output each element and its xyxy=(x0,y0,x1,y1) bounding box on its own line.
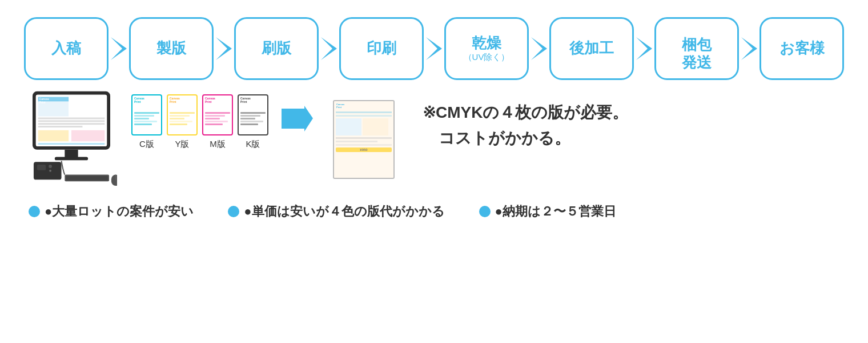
flow-step-seihan: 製版 xyxy=(129,17,214,80)
svg-rect-29 xyxy=(111,175,117,186)
bottom-item-1: ●大量ロットの案件が安い xyxy=(29,203,194,220)
plate-yellow-title: CanvasPrint xyxy=(170,97,195,103)
flow-arrow-5 xyxy=(529,37,549,60)
svg-marker-4 xyxy=(531,37,547,60)
svg-rect-22 xyxy=(55,157,88,160)
plate-label-m: M版 xyxy=(202,139,233,150)
note-line2: コストがかかる。 xyxy=(423,126,628,151)
svg-rect-19 xyxy=(71,130,105,141)
svg-rect-15 xyxy=(38,120,105,122)
plate-label-y: Y版 xyxy=(167,139,198,150)
svg-rect-18 xyxy=(38,130,69,141)
flow-arrow-4 xyxy=(424,37,444,60)
flow-step-okyakusama: お客様 xyxy=(760,17,844,80)
printed-stack-area: CanvasPrint ¥950 xyxy=(314,89,405,183)
bottom-row: ●大量ロットの案件が安い ●単価は安いが４色の版代がかかる ●納期は２〜５営業日 xyxy=(17,197,851,220)
svg-rect-16 xyxy=(38,123,105,125)
plates-labels: C版 Y版 M版 K版 xyxy=(131,139,268,150)
big-arrow-area xyxy=(280,89,314,131)
note-area: ※CMYKの４枚の版が必要。 コストがかかる。 xyxy=(405,89,845,151)
computer-area: Canvas Print xyxy=(23,89,120,192)
svg-marker-5 xyxy=(636,37,652,60)
svg-rect-28 xyxy=(66,176,108,181)
flow-step-konpo: 梱包発送 xyxy=(654,17,739,80)
plate-black-title: CanvasPrint xyxy=(240,97,266,103)
svg-text:Print: Print xyxy=(39,101,46,104)
plate-magenta: CanvasPrint xyxy=(202,94,233,135)
content-row: Canvas Print xyxy=(17,89,851,192)
svg-marker-2 xyxy=(321,37,337,60)
flow-arrow-3 xyxy=(319,37,339,60)
bottom-item-2: ●単価は安いが４色の版代がかかる xyxy=(228,203,444,220)
bullet-dot-2 xyxy=(228,206,239,217)
flow-label-kokakou: 後加工 xyxy=(569,39,614,57)
flow-label-nyukou: 入稿 xyxy=(51,39,81,57)
bottom-text-3: ●納期は２〜５営業日 xyxy=(495,203,616,220)
svg-rect-24 xyxy=(37,165,46,170)
flow-label-seihan: 製版 xyxy=(156,39,186,57)
svg-marker-1 xyxy=(216,37,232,60)
plate-cyan: CanvasPrint xyxy=(131,94,162,135)
plates-area: CanvasPrint CanvasPrint xyxy=(120,89,280,150)
svg-rect-21 xyxy=(65,150,78,158)
big-arrow-icon xyxy=(282,106,313,131)
svg-point-25 xyxy=(49,165,52,168)
plate-magenta-title: CanvasPrint xyxy=(205,97,230,103)
flow-step-nyukou: 入稿 xyxy=(24,17,108,80)
bottom-text-2: ●単価は安いが４色の版代がかかる xyxy=(244,203,444,220)
flow-arrow-6 xyxy=(634,37,654,60)
flow-step-kanso: 乾燥 （UV除く） xyxy=(444,17,529,80)
note-text: ※CMYKの４枚の版が必要。 コストがかかる。 xyxy=(423,100,628,151)
flow-arrow-2 xyxy=(214,37,234,60)
flow-label-satsuban: 刷版 xyxy=(262,39,291,57)
plates-row: CanvasPrint CanvasPrint xyxy=(131,94,268,135)
flow-arrow-1 xyxy=(108,37,129,60)
flow-step-kokakou: 後加工 xyxy=(549,17,634,80)
svg-marker-3 xyxy=(426,37,442,60)
bullet-dot-3 xyxy=(479,206,491,217)
flow-label-kanso: 乾燥 xyxy=(464,34,510,52)
flow-sub-kanso: （UV除く） xyxy=(464,52,510,63)
flow-label-okyakusama: お客様 xyxy=(779,39,825,57)
plate-label-c: C版 xyxy=(131,139,162,150)
svg-rect-20 xyxy=(38,143,105,145)
main-container: 入稿 製版 刷版 印刷 乾燥 （UV除く） xyxy=(0,0,868,343)
svg-marker-6 xyxy=(741,37,757,60)
stack-container: CanvasPrint ¥950 xyxy=(323,91,397,183)
flow-step-satsuban: 刷版 xyxy=(234,17,319,80)
computer-icon: Canvas Print xyxy=(26,89,117,186)
svg-text:Canvas: Canvas xyxy=(39,98,50,101)
plate-yellow: CanvasPrint xyxy=(167,94,198,135)
bottom-text-1: ●大量ロットの案件が安い xyxy=(45,203,194,220)
flow-row: 入稿 製版 刷版 印刷 乾燥 （UV除く） xyxy=(17,17,851,80)
svg-marker-31 xyxy=(282,106,313,131)
flow-step-insatsu: 印刷 xyxy=(339,17,424,80)
bullet-dot-1 xyxy=(29,206,40,217)
svg-rect-17 xyxy=(38,126,83,127)
bottom-item-3: ●納期は２〜５営業日 xyxy=(479,203,616,220)
plate-cyan-title: CanvasPrint xyxy=(134,97,159,103)
plate-label-k: K版 xyxy=(238,139,268,150)
flow-arrow-7 xyxy=(739,37,760,60)
note-line1: ※CMYKの４枚の版が必要。 xyxy=(423,100,628,126)
svg-rect-14 xyxy=(38,118,105,119)
svg-marker-0 xyxy=(111,37,127,60)
flow-label-konpo: 梱包発送 xyxy=(682,36,712,71)
flow-label-insatsu: 印刷 xyxy=(367,39,396,57)
svg-rect-23 xyxy=(34,162,62,180)
svg-point-26 xyxy=(49,170,51,172)
plate-black: CanvasPrint xyxy=(238,94,268,135)
